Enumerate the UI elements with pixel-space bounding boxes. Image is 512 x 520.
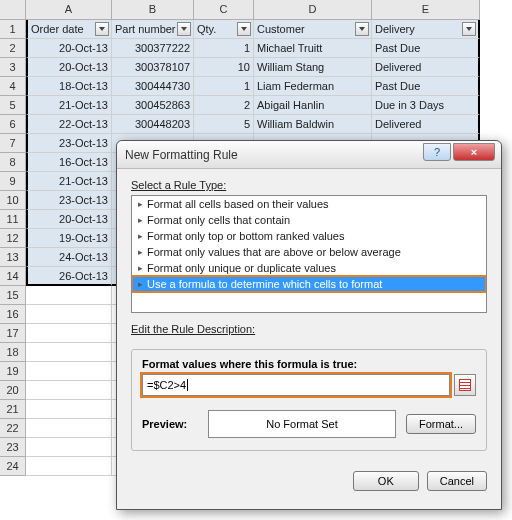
cell[interactable] [26,286,112,305]
cell[interactable]: 20-Oct-13 [26,58,112,77]
cell[interactable]: Liam Federman [254,77,372,96]
cell[interactable] [26,343,112,362]
rule-type-item-selected[interactable]: Use a formula to determine which cells t… [132,276,486,292]
row-header[interactable]: 1 [0,20,26,39]
row-header[interactable]: 22 [0,419,26,438]
row-header[interactable]: 15 [0,286,26,305]
cell[interactable]: Delivered [372,58,480,77]
cell[interactable] [26,419,112,438]
row-header[interactable]: 11 [0,210,26,229]
cell[interactable] [26,324,112,343]
row-header[interactable]: 20 [0,381,26,400]
cell[interactable]: 10 [194,58,254,77]
cell[interactable]: 2 [194,96,254,115]
cell[interactable]: William Stang [254,58,372,77]
cell[interactable]: 18-Oct-13 [26,77,112,96]
row-header[interactable]: 12 [0,229,26,248]
cell[interactable]: 16-Oct-13 [26,153,112,172]
rule-type-item[interactable]: Format only top or bottom ranked values [132,228,486,244]
cell[interactable]: 5 [194,115,254,134]
rule-type-item[interactable]: Format only unique or duplicate values [132,260,486,276]
header-cell[interactable]: Order date [26,20,112,39]
cell[interactable]: 1 [194,77,254,96]
row-header[interactable]: 24 [0,457,26,476]
cell[interactable]: Michael Truitt [254,39,372,58]
filter-dropdown-icon[interactable] [177,22,191,36]
row-header[interactable]: 3 [0,58,26,77]
select-all-corner[interactable] [0,0,26,20]
row-header[interactable]: 14 [0,267,26,286]
cell[interactable]: 24-Oct-13 [26,248,112,267]
row-header[interactable]: 6 [0,115,26,134]
formula-input[interactable]: =$C2>4 [142,374,450,396]
cell[interactable] [26,400,112,419]
cell[interactable] [26,305,112,324]
col-header-d[interactable]: D [254,0,372,20]
row-header[interactable]: 23 [0,438,26,457]
cell[interactable]: Past Due [372,77,480,96]
row-header[interactable]: 18 [0,343,26,362]
filter-dropdown-icon[interactable] [462,22,476,36]
help-button[interactable]: ? [423,143,451,161]
preview-label: Preview: [142,418,198,430]
row-header[interactable]: 5 [0,96,26,115]
cell[interactable] [26,381,112,400]
row-header[interactable]: 9 [0,172,26,191]
cell[interactable]: 300377222 [112,39,194,58]
col-header-b[interactable]: B [112,0,194,20]
range-selector-button[interactable] [454,374,476,396]
cell[interactable]: William Baldwin [254,115,372,134]
row-header[interactable]: 16 [0,305,26,324]
cell[interactable]: Due in 3 Days [372,96,480,115]
cell[interactable]: 300444730 [112,77,194,96]
cell[interactable]: 300448203 [112,115,194,134]
rule-type-list[interactable]: Format all cells based on their values F… [131,195,487,313]
row-header[interactable]: 2 [0,39,26,58]
header-cell[interactable]: Part number [112,20,194,39]
row-header[interactable]: 21 [0,400,26,419]
cell[interactable]: 300378107 [112,58,194,77]
col-header-c[interactable]: C [194,0,254,20]
cell[interactable]: 1 [194,39,254,58]
col-header-e[interactable]: E [372,0,480,20]
cell[interactable]: 19-Oct-13 [26,229,112,248]
cell[interactable]: 23-Oct-13 [26,134,112,153]
rule-type-item[interactable]: Format all cells based on their values [132,196,486,212]
cell[interactable]: 21-Oct-13 [26,96,112,115]
cancel-button[interactable]: Cancel [427,471,487,491]
cell[interactable]: 26-Oct-13 [26,267,112,286]
cell[interactable]: 23-Oct-13 [26,191,112,210]
cell[interactable]: 20-Oct-13 [26,210,112,229]
cell[interactable]: Abigail Hanlin [254,96,372,115]
row-header[interactable]: 19 [0,362,26,381]
row-header[interactable]: 4 [0,77,26,96]
filter-dropdown-icon[interactable] [95,22,109,36]
cell[interactable]: Past Due [372,39,480,58]
row-header[interactable]: 8 [0,153,26,172]
rule-description-group: Format values where this formula is true… [131,349,487,451]
header-cell[interactable]: Delivery [372,20,480,39]
ok-button[interactable]: OK [353,471,419,491]
format-button[interactable]: Format... [406,414,476,434]
cell[interactable]: 300452863 [112,96,194,115]
cell[interactable]: 22-Oct-13 [26,115,112,134]
rule-type-item[interactable]: Format only cells that contain [132,212,486,228]
cell[interactable]: 21-Oct-13 [26,172,112,191]
row-header[interactable]: 7 [0,134,26,153]
row-header[interactable]: 17 [0,324,26,343]
cell[interactable] [26,362,112,381]
filter-dropdown-icon[interactable] [237,22,251,36]
dialog-titlebar[interactable]: New Formatting Rule ? × [117,141,501,169]
col-header-a[interactable]: A [26,0,112,20]
cell[interactable] [26,438,112,457]
rule-type-item[interactable]: Format only values that are above or bel… [132,244,486,260]
row-header[interactable]: 13 [0,248,26,267]
close-button[interactable]: × [453,143,495,161]
header-cell[interactable]: Customer [254,20,372,39]
row-header[interactable]: 10 [0,191,26,210]
cell[interactable] [26,457,112,476]
cell[interactable]: Delivered [372,115,480,134]
header-cell[interactable]: Qty. [194,20,254,39]
filter-dropdown-icon[interactable] [355,22,369,36]
cell[interactable]: 20-Oct-13 [26,39,112,58]
